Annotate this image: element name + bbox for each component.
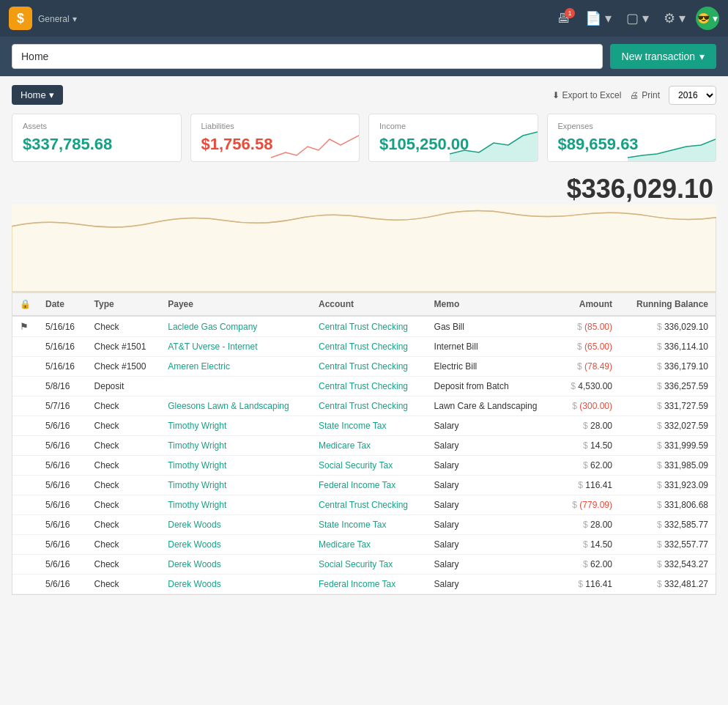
row-date: 5/16/16 — [38, 337, 87, 357]
row-payee[interactable]: AT&T Uverse - Internet — [160, 337, 311, 357]
year-select[interactable]: 2016 2015 2014 — [669, 86, 716, 105]
row-balance: $ 331,985.09 — [620, 456, 716, 476]
row-type: Check — [87, 316, 161, 337]
row-type: Check #1500 — [87, 357, 161, 377]
row-account[interactable]: Medicare Tax — [311, 436, 427, 456]
row-payee[interactable]: Derek Woods — [160, 555, 311, 575]
row-type: Check — [87, 456, 161, 476]
row-date: 5/16/16 — [38, 357, 87, 377]
table-row[interactable]: 5/8/16DepositCentral Trust CheckingDepos… — [12, 377, 716, 396]
table-row[interactable]: 5/6/16CheckTimothy WrightFederal Income … — [12, 476, 716, 495]
row-account[interactable]: Social Security Tax — [311, 555, 427, 575]
new-transaction-button[interactable]: New transaction ▾ — [610, 44, 716, 69]
window-icon[interactable]: ▢ ▾ — [622, 7, 653, 29]
export-button[interactable]: ⬇ Export to Excel — [552, 90, 622, 100]
row-payee[interactable]: Timothy Wright — [160, 495, 311, 515]
table-row[interactable]: 5/6/16CheckDerek WoodsState Income TaxSa… — [12, 515, 716, 535]
row-payee[interactable]: Gleesons Lawn & Landscaping — [160, 396, 311, 416]
row-balance: $ 332,481.27 — [620, 575, 716, 594]
row-balance: $ 336,029.10 — [620, 316, 716, 337]
row-date: 5/6/16 — [38, 515, 87, 535]
table-row[interactable]: 5/16/16Check #1500Ameren ElectricCentral… — [12, 357, 716, 377]
table-row[interactable]: ⚑5/16/16CheckLaclede Gas CompanyCentral … — [12, 316, 716, 337]
row-payee[interactable]: Timothy Wright — [160, 476, 311, 495]
col-payee: Payee — [160, 293, 311, 316]
table-row[interactable]: 5/6/16CheckDerek WoodsFederal Income Tax… — [12, 575, 716, 594]
row-balance: $ 331,727.59 — [620, 396, 716, 416]
settings-icon[interactable]: ⚙ ▾ — [659, 7, 690, 29]
row-account[interactable]: Central Trust Checking — [311, 357, 427, 377]
row-balance: $ 332,585.77 — [620, 515, 716, 535]
row-payee[interactable]: Derek Woods — [160, 515, 311, 535]
row-flag — [12, 476, 38, 495]
table-row[interactable]: 5/7/16CheckGleesons Lawn & LandscapingCe… — [12, 396, 716, 416]
row-amount: $ (779.09) — [557, 495, 620, 515]
table-row[interactable]: 5/6/16CheckTimothy WrightCentral Trust C… — [12, 495, 716, 515]
row-flag — [12, 377, 38, 396]
row-payee[interactable]: Timothy Wright — [160, 436, 311, 456]
row-amount: $ (85.00) — [557, 316, 620, 337]
row-date: 5/8/16 — [38, 377, 87, 396]
row-account[interactable]: Central Trust Checking — [311, 337, 427, 357]
row-memo: Gas Bill — [427, 316, 557, 337]
table-row[interactable]: 5/6/16CheckDerek WoodsMedicare TaxSalary… — [12, 535, 716, 555]
col-date: Date — [38, 293, 87, 316]
row-payee[interactable]: Timothy Wright — [160, 416, 311, 436]
table-row[interactable]: 5/16/16Check #1501AT&T Uverse - Internet… — [12, 337, 716, 357]
row-payee[interactable]: Derek Woods — [160, 535, 311, 555]
row-amount: $ 14.50 — [557, 535, 620, 555]
row-type: Check — [87, 495, 161, 515]
document-icon[interactable]: 📄 ▾ — [581, 7, 616, 29]
row-account[interactable]: Social Security Tax — [311, 456, 427, 476]
row-account[interactable]: State Income Tax — [311, 515, 427, 535]
print-button[interactable]: 🖨 Print — [630, 90, 660, 100]
row-amount: $ 116.41 — [557, 476, 620, 495]
search-bar: New transaction ▾ — [0, 37, 728, 76]
search-input[interactable] — [12, 44, 603, 69]
app-name[interactable]: General ▾ — [38, 12, 77, 25]
table-row[interactable]: 5/6/16CheckTimothy WrightSocial Security… — [12, 456, 716, 476]
avatar[interactable]: 😎 ▾ — [696, 7, 719, 30]
row-account[interactable]: Central Trust Checking — [311, 495, 427, 515]
app-logo[interactable]: $ — [9, 7, 32, 30]
row-amount: $ (65.00) — [557, 337, 620, 357]
net-total: $336,029.10 — [12, 174, 716, 204]
row-date: 5/6/16 — [38, 575, 87, 594]
row-account[interactable]: Federal Income Tax — [311, 575, 427, 594]
notifications-icon[interactable]: 🖶 1 — [553, 8, 575, 29]
row-type: Check — [87, 476, 161, 495]
row-memo: Salary — [427, 515, 557, 535]
row-memo: Salary — [427, 456, 557, 476]
toolbar: Home ▾ ⬇ Export to Excel 🖨 Print 2016 20… — [12, 85, 716, 105]
summary-cards: Assets $337,785.68 Liabilities $1,756.58… — [12, 114, 716, 162]
row-balance: $ 336,257.59 — [620, 377, 716, 396]
flag-icon: ⚑ — [20, 321, 29, 332]
row-date: 5/6/16 — [38, 476, 87, 495]
table-row[interactable]: 5/6/16CheckDerek WoodsSocial Security Ta… — [12, 555, 716, 575]
row-payee[interactable]: Ameren Electric — [160, 357, 311, 377]
home-button[interactable]: Home ▾ — [12, 85, 63, 105]
row-account[interactable]: State Income Tax — [311, 416, 427, 436]
row-payee[interactable]: Laclede Gas Company — [160, 316, 311, 337]
table-body: ⚑5/16/16CheckLaclede Gas CompanyCentral … — [12, 316, 716, 594]
row-payee[interactable]: Derek Woods — [160, 575, 311, 594]
row-date: 5/7/16 — [38, 396, 87, 416]
row-balance: $ 336,114.10 — [620, 337, 716, 357]
table-row[interactable]: 5/6/16CheckTimothy WrightMedicare TaxSal… — [12, 436, 716, 456]
table-row[interactable]: 5/6/16CheckTimothy WrightState Income Ta… — [12, 416, 716, 436]
row-account[interactable]: Medicare Tax — [311, 535, 427, 555]
row-memo: Salary — [427, 436, 557, 456]
table-header-row: 🔒 Date Type Payee Account Memo Amount Ru… — [12, 293, 716, 316]
row-account[interactable]: Central Trust Checking — [311, 377, 427, 396]
col-balance: Running Balance — [620, 293, 716, 316]
row-type: Check — [87, 436, 161, 456]
row-account[interactable]: Federal Income Tax — [311, 476, 427, 495]
row-type: Check #1501 — [87, 337, 161, 357]
row-payee[interactable]: Timothy Wright — [160, 456, 311, 476]
row-amount: $ 62.00 — [557, 555, 620, 575]
row-account[interactable]: Central Trust Checking — [311, 316, 427, 337]
row-account[interactable]: Central Trust Checking — [311, 396, 427, 416]
transaction-table: 🔒 Date Type Payee Account Memo Amount Ru… — [12, 292, 716, 595]
row-payee[interactable] — [160, 377, 311, 396]
toolbar-right: ⬇ Export to Excel 🖨 Print 2016 2015 2014 — [552, 86, 716, 105]
